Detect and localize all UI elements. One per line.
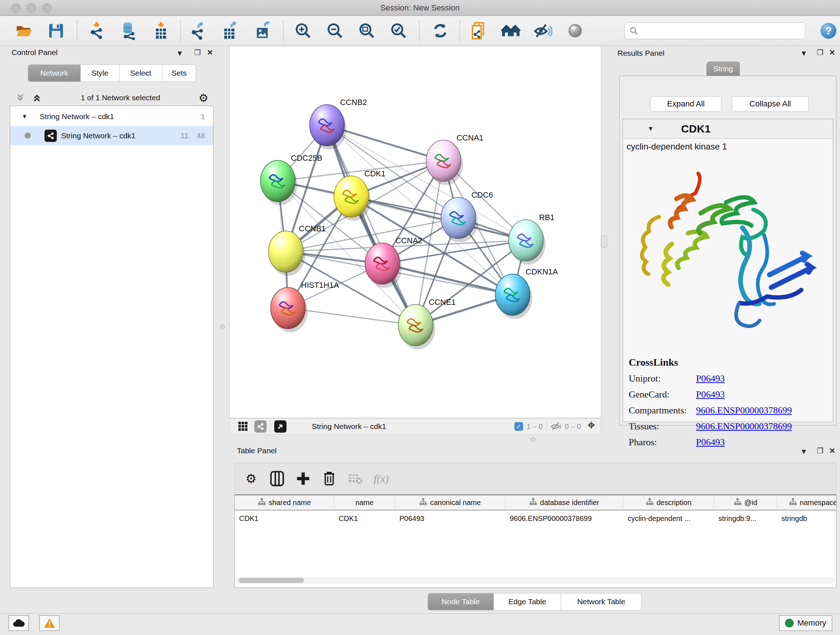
import-table-file-button[interactable] [151, 21, 171, 41]
results-panel-close-button[interactable]: ✕ [829, 48, 835, 57]
cell-id[interactable]: stringdb:9... [714, 510, 777, 526]
network-node-ccna1[interactable]: CCNA1 [426, 133, 484, 185]
export-image-button[interactable] [253, 21, 273, 41]
open-session-button[interactable] [14, 21, 34, 41]
table-panel-menu-arrow[interactable]: ▼ [800, 448, 807, 456]
table-row[interactable]: CDK1CDK1P064939606.ENSP00000378699cyclin… [235, 510, 836, 526]
table-splitter-grip[interactable] [531, 437, 535, 442]
results-panel-menu-arrow[interactable]: ▼ [800, 49, 807, 57]
string-viewer-button[interactable] [565, 21, 585, 41]
column-header-label: database identifier [540, 499, 599, 507]
column-header-namespace[interactable]: namespace [777, 495, 836, 510]
table-panel-float-button[interactable]: ❐ [817, 447, 823, 455]
network-collection-row[interactable]: ▼ String Network – cdk1 1 [10, 107, 213, 126]
import-network-file-button[interactable] [87, 21, 107, 41]
help-button[interactable]: ? [818, 21, 838, 41]
network-node-rb1[interactable]: RB1 [508, 213, 554, 264]
zoom-selected-button[interactable] [388, 21, 409, 41]
column-header-name[interactable]: name [334, 495, 395, 510]
tab-edge-table[interactable]: Edge Table [493, 593, 561, 610]
network-row[interactable]: String Network – cdk1 11 48 [10, 126, 213, 145]
clone-network-button[interactable] [469, 21, 489, 41]
export-table-button[interactable] [220, 21, 240, 41]
table-panel-close-button[interactable]: ✕ [829, 447, 835, 455]
crosslink-uniprotlink[interactable]: P06493 [696, 373, 725, 384]
column-header-canonical-name[interactable]: canonical name [395, 495, 505, 510]
selected-checkbox[interactable]: ✓ [515, 422, 523, 431]
control-panel-menu-arrow[interactable]: ▼ [176, 49, 183, 57]
collapse-results-splitter[interactable] [601, 235, 607, 248]
network-node-ccnb2[interactable]: CCNB2 [309, 98, 367, 149]
delete-column-button[interactable] [319, 469, 339, 488]
birds-eye-grid-icon[interactable] [238, 421, 248, 432]
control-panel-close-button[interactable]: ✕ [207, 48, 213, 57]
node-ball[interactable] [268, 231, 303, 272]
table-settings-gear-icon[interactable]: ⚙ [241, 469, 261, 488]
tab-style[interactable]: Style [80, 65, 119, 82]
column-header-database-identifier[interactable]: database identifier [505, 495, 623, 510]
detach-view-button[interactable] [274, 420, 286, 432]
network-canvas[interactable]: CCNB2CCNA1CDC25BCDK1CDC6RB1CCNB1CCNA2CDK… [229, 46, 601, 418]
save-session-button[interactable] [46, 21, 66, 41]
tab-select[interactable]: Select [119, 65, 163, 82]
tab-network-table[interactable]: Network Table [561, 593, 642, 610]
string-hide-glyphs-button[interactable] [532, 21, 553, 41]
panel-splitter-grip[interactable] [220, 325, 225, 329]
cell-database-identifier[interactable]: 9606.ENSP00000378699 [505, 510, 623, 526]
crosslink-compartmentslink[interactable]: 9606.ENSP00000378699 [696, 405, 792, 416]
zoom-selected-icon [390, 22, 408, 40]
export-network-button[interactable] [188, 21, 208, 41]
results-panel-float-button[interactable]: ❐ [817, 48, 823, 57]
refresh-button[interactable] [430, 21, 450, 41]
column-header-id[interactable]: @id [714, 495, 777, 510]
expand-all-chevrons-icon[interactable] [32, 92, 42, 103]
cell-canonical-name[interactable]: P06493 [395, 510, 505, 526]
collection-expand-arrow[interactable]: ▼ [22, 113, 27, 120]
crosslink-genecardlink[interactable]: P06493 [696, 389, 725, 400]
collapse-all-chevrons-icon[interactable] [15, 92, 26, 103]
collapse-all-button[interactable]: Collapse All [732, 96, 808, 111]
warnings-button[interactable] [39, 615, 60, 631]
string-network-graph[interactable]: CCNB2CCNA1CDC25BCDK1CDC6RB1CCNB1CCNA2CDK… [230, 46, 601, 418]
tab-node-table[interactable]: Node Table [428, 593, 494, 610]
string-home-button[interactable] [501, 21, 521, 41]
table-header-row: shared namenamecanonical namedatabase id… [235, 495, 836, 510]
scrollbar-thumb[interactable] [239, 578, 304, 583]
network-edge[interactable] [327, 125, 416, 325]
crosslink-pharoslink[interactable]: P06493 [696, 437, 725, 448]
tab-sets[interactable]: Sets [162, 65, 196, 82]
network-node-cdkn1a[interactable]: CDKN1A [495, 267, 558, 319]
title-bar: Session: New Session [0, 0, 840, 16]
section-collapse-arrow[interactable]: ▼ [647, 125, 654, 133]
show-columns-button[interactable] [267, 469, 287, 488]
protein-section-header[interactable]: ▼ CDK1 [623, 119, 833, 139]
column-type-icon [529, 498, 537, 508]
collection-count: 1 [201, 112, 205, 121]
cell-namespace[interactable]: stringdb [777, 510, 836, 526]
memory-button[interactable]: Memory [779, 615, 832, 631]
column-header-shared-name[interactable]: shared name [235, 495, 334, 510]
add-column-button[interactable] [294, 469, 313, 488]
import-network-database-button[interactable] [119, 21, 139, 41]
network-node-cdc6[interactable]: CDC6 [441, 190, 493, 242]
zoom-out-button[interactable] [325, 21, 345, 41]
network-node-hist1h1a[interactable]: HIST1H1A [271, 280, 339, 333]
network-node-cdc25b[interactable]: CDC25B [261, 154, 322, 205]
pan-crosshair-icon[interactable]: ⌖ [587, 417, 595, 433]
cell-description[interactable]: cyclin-dependent ... [623, 510, 714, 526]
tab-network[interactable]: Network [28, 65, 81, 82]
cell-name[interactable]: CDK1 [334, 510, 395, 526]
search-input[interactable] [641, 27, 805, 35]
column-header-description[interactable]: description [623, 495, 714, 510]
zoom-fit-button[interactable] [357, 21, 377, 41]
crosslink-tissueslink[interactable]: 9606.ENSP00000378699 [696, 421, 792, 432]
table-horizontal-scrollbar[interactable] [236, 577, 835, 584]
tab-string[interactable]: String [706, 62, 740, 76]
zoom-in-button[interactable] [293, 21, 313, 41]
network-type-icon[interactable] [254, 420, 267, 432]
cell-shared-name[interactable]: CDK1 [235, 510, 334, 526]
control-panel-float-button[interactable]: ❐ [194, 48, 201, 57]
cloud-status-button[interactable] [8, 615, 29, 631]
network-options-gear-icon[interactable]: ⚙ [199, 92, 208, 104]
expand-all-button[interactable]: Expand All [651, 96, 722, 111]
